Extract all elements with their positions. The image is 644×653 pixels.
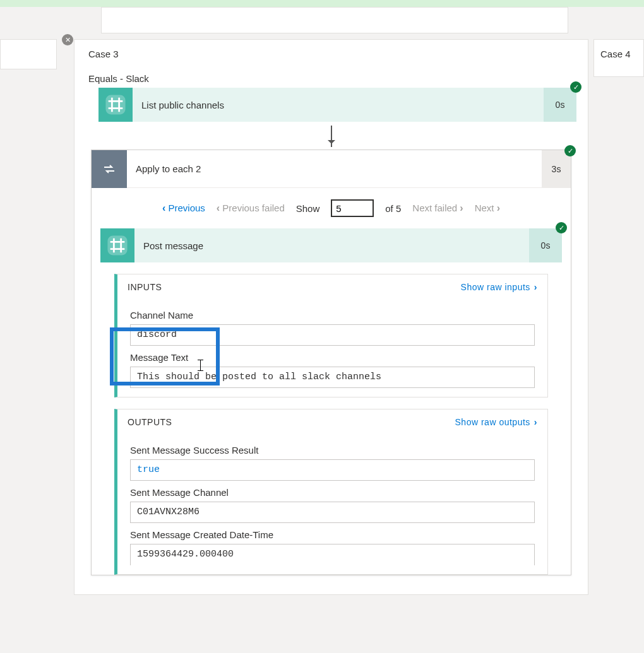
prior-card-placeholder [101,7,568,33]
slack-icon [98,88,133,122]
message-text-value[interactable]: This should be posted to all slack chann… [130,367,535,388]
success-check-icon: ✓ [570,81,581,93]
success-check-icon: ✓ [556,222,567,233]
case-card: Case 3 Equals - Slack List public channe… [74,39,588,595]
pager-next-failed[interactable]: Next failed › [412,203,463,214]
pager-previous[interactable]: ‹ Previous [162,203,205,214]
show-raw-outputs-button[interactable]: Show raw outputs › [455,417,537,427]
pager-index-input[interactable] [331,199,374,217]
loop-card: ✓ Apply to each 2 3s ‹ Previous ‹ Previo… [91,150,571,575]
next-case-label: Case 4 [600,49,631,59]
action-label: List public channels [133,100,544,110]
channel-name-label: Channel Name [130,310,535,321]
text-cursor-icon [200,360,201,371]
chevron-right-icon: › [534,282,537,292]
message-text-label: Message Text [130,352,535,363]
chevron-right-icon: › [460,203,463,213]
channel-name-value[interactable]: discord [130,324,535,346]
pager-previous-failed[interactable]: ‹ Previous failed [217,203,285,214]
pager-show-label: Show [296,203,320,214]
created-time-label: Sent Message Created Date-Time [130,529,535,540]
created-time-value[interactable]: 1599364429.000400 [130,544,535,565]
prev-case-card[interactable] [0,39,57,69]
chevron-left-icon: ‹ [217,203,220,213]
action-post-message[interactable]: Post message 0s ✓ [100,228,562,262]
top-banner [0,0,644,7]
sent-channel-value[interactable]: C01AVNX28M6 [130,502,535,523]
chevron-right-icon: › [534,417,537,427]
chevron-right-icon: › [497,203,500,213]
action-list-channels[interactable]: List public channels 0s ✓ [98,88,576,122]
action-post-message-wrap: Post message 0s ✓ [100,228,562,262]
sent-channel-label: Sent Message Channel [130,487,535,498]
pager-total: of 5 [385,203,401,214]
loop-label: Apply to each 2 [127,163,542,174]
chevron-left-icon: ‹ [162,203,165,213]
loop-header[interactable]: Apply to each 2 3s [92,150,571,188]
outputs-title: OUTPUTS [128,417,172,427]
action-label: Post message [134,240,529,251]
svg-rect-1 [109,237,126,254]
show-raw-inputs-button[interactable]: Show raw inputs › [461,282,537,292]
close-icon[interactable]: ✕ [62,34,73,45]
action-duration: 0s [544,88,576,122]
action-duration: 0s [529,228,562,262]
loop-duration: 3s [542,150,571,187]
success-result-value[interactable]: true [130,459,535,481]
condition-label: Equals - Slack [75,66,588,88]
success-result-label: Sent Message Success Result [130,445,535,456]
inputs-title: INPUTS [128,282,162,292]
slack-icon [100,228,134,262]
inputs-panel: INPUTS Show raw inputs › Channel Name di… [114,274,548,397]
iteration-pager: ‹ Previous ‹ Previous failed Show of 5 N… [92,188,571,228]
success-check-icon: ✓ [564,145,576,156]
connector-arrow-icon [331,126,332,147]
case-title: Case 3 [75,40,588,66]
outputs-panel: OUTPUTS Show raw outputs › Sent Message … [114,409,548,575]
pager-next[interactable]: Next › [475,203,500,214]
svg-rect-0 [107,96,124,114]
next-case-card[interactable]: Case 4 [593,39,644,77]
loop-icon [92,150,127,188]
